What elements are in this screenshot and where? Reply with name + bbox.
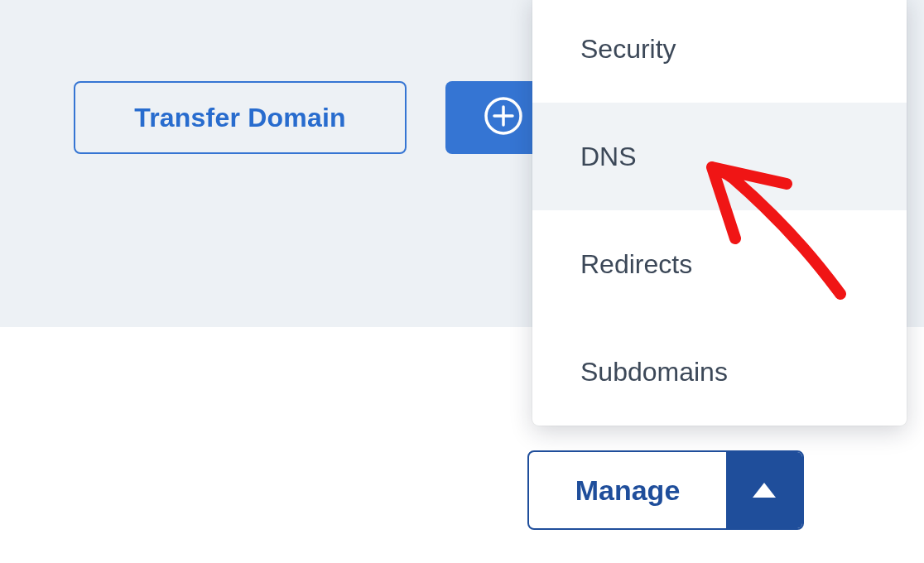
dropdown-item-subdomains[interactable]: Subdomains bbox=[532, 318, 907, 426]
transfer-domain-label: Transfer Domain bbox=[134, 103, 346, 133]
dropdown-item-redirects[interactable]: Redirects bbox=[532, 210, 907, 318]
manage-dropdown-toggle[interactable] bbox=[726, 452, 802, 528]
dropdown-item-label: DNS bbox=[580, 142, 637, 172]
dropdown-item-dns[interactable]: DNS bbox=[532, 103, 907, 210]
transfer-domain-button[interactable]: Transfer Domain bbox=[74, 81, 407, 154]
caret-up-icon bbox=[753, 483, 776, 498]
plus-icon bbox=[484, 96, 523, 139]
dropdown-item-label: Security bbox=[580, 34, 676, 65]
manage-button-label: Manage bbox=[575, 474, 681, 507]
canvas: Transfer Domain Security DNS Redirects S… bbox=[0, 0, 924, 563]
manage-button[interactable]: Manage bbox=[527, 450, 804, 530]
dropdown-item-label: Subdomains bbox=[580, 357, 728, 387]
dropdown-item-label: Redirects bbox=[580, 249, 692, 280]
dropdown-menu: Security DNS Redirects Subdomains bbox=[532, 0, 907, 426]
dropdown-item-security[interactable]: Security bbox=[532, 0, 907, 103]
manage-button-label-wrapper: Manage bbox=[529, 452, 726, 528]
